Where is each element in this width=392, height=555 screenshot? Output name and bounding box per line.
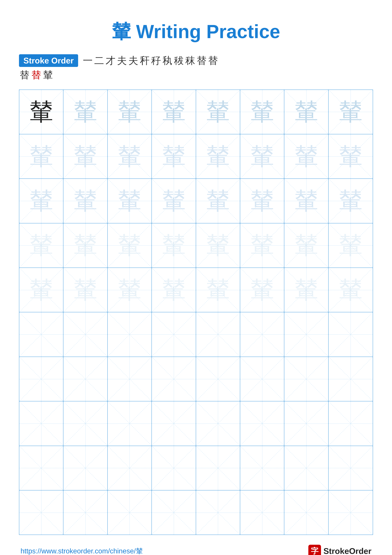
grid-cell-empty[interactable]: [19, 446, 64, 490]
grid-cell[interactable]: 輦: [196, 134, 240, 178]
grid-cell-empty[interactable]: [108, 490, 152, 535]
grid-cell[interactable]: 輦: [240, 179, 284, 223]
footer-brand: 字 StrokeOrder: [308, 545, 371, 555]
stroke-sequence-line1: 一 二 才 夫 夫 秆 秄 秇 秡 秣 替 替: [83, 54, 373, 67]
grid-row-empty: [19, 312, 373, 357]
grid-cell-empty[interactable]: [19, 401, 64, 445]
grid-cell[interactable]: 輦: [196, 223, 240, 268]
grid-cell-empty[interactable]: [108, 312, 152, 357]
grid-cell-empty[interactable]: [108, 446, 152, 490]
grid-cell[interactable]: 輦: [152, 90, 196, 134]
grid-cell-empty[interactable]: [152, 490, 196, 535]
grid-cell[interactable]: 輦: [284, 268, 328, 312]
grid-cell[interactable]: 輦: [240, 134, 284, 178]
grid-cell[interactable]: 輦: [64, 134, 107, 178]
grid-cell-empty[interactable]: [328, 490, 373, 535]
grid-row: 輦 輦 輦 輦 輦 輦 輦 輦: [19, 179, 373, 223]
grid-cell-empty[interactable]: [328, 401, 373, 445]
grid-cell-empty[interactable]: [328, 446, 373, 490]
grid-cell-empty[interactable]: [152, 312, 196, 357]
practice-char-light: 輦: [250, 100, 274, 124]
grid-cell[interactable]: 輦: [152, 134, 196, 178]
grid-cell[interactable]: 輦: [284, 134, 328, 178]
grid-cell-empty[interactable]: [108, 357, 152, 401]
grid-cell[interactable]: 輦: [19, 134, 64, 178]
practice-char-light: 輦: [206, 100, 230, 124]
grid-cell[interactable]: 輦: [196, 268, 240, 312]
grid-cell[interactable]: 輦: [64, 179, 107, 223]
grid-cell[interactable]: 輦: [328, 223, 373, 268]
grid-cell-empty[interactable]: [19, 357, 64, 401]
grid-cell[interactable]: 輦: [240, 223, 284, 268]
grid-cell[interactable]: 輦: [108, 268, 152, 312]
grid-cell-empty[interactable]: [240, 312, 284, 357]
footer-url[interactable]: https://www.strokeorder.com/chinese/輦: [21, 547, 143, 555]
grid-cell-empty[interactable]: [152, 446, 196, 490]
grid-cell-empty[interactable]: [240, 401, 284, 445]
grid-cell-empty[interactable]: [64, 357, 107, 401]
grid-row: 輦 輦 輦 輦 輦 輦 輦 輦: [19, 134, 373, 179]
brand-icon: 字: [308, 545, 321, 555]
brand-name: StrokeOrder: [324, 546, 371, 555]
grid-cell-empty[interactable]: [19, 490, 64, 535]
grid-row-empty: [19, 357, 373, 401]
grid-cell-empty[interactable]: [284, 490, 328, 535]
page-title: 輦 Writing Practice: [19, 9, 373, 45]
grid-row: 輦 輦 輦 輦 輦: [19, 90, 373, 134]
grid-cell-empty[interactable]: [328, 312, 373, 357]
grid-cell-empty[interactable]: [284, 401, 328, 445]
grid-cell-empty[interactable]: [196, 312, 240, 357]
grid-cell[interactable]: 輦: [64, 90, 107, 134]
grid-cell[interactable]: 輦: [19, 268, 64, 312]
grid-cell-empty[interactable]: [328, 357, 373, 401]
grid-cell-empty[interactable]: [284, 312, 328, 357]
grid-cell[interactable]: 輦: [19, 223, 64, 268]
grid-cell[interactable]: 輦: [64, 268, 107, 312]
grid-cell[interactable]: 輦: [19, 179, 64, 223]
grid-cell[interactable]: 輦: [196, 90, 240, 134]
grid-cell[interactable]: 輦: [108, 223, 152, 268]
grid-cell-empty[interactable]: [240, 446, 284, 490]
grid-row: 輦 輦 輦 輦 輦 輦 輦 輦: [19, 268, 373, 312]
grid-cell-empty[interactable]: [64, 312, 107, 357]
grid-cell[interactable]: 輦: [284, 179, 328, 223]
grid-cell-empty[interactable]: [64, 490, 107, 535]
grid-cell-empty[interactable]: [64, 401, 107, 445]
grid-cell[interactable]: 輦: [284, 223, 328, 268]
grid-cell[interactable]: 輦: [328, 90, 373, 134]
title-char: 輦: [112, 21, 131, 42]
grid-cell-empty[interactable]: [240, 357, 284, 401]
grid-cell-empty[interactable]: [240, 490, 284, 535]
grid-cell[interactable]: 輦: [108, 90, 152, 134]
grid-cell-empty[interactable]: [196, 490, 240, 535]
grid-cell[interactable]: 輦: [19, 90, 64, 134]
grid-cell[interactable]: 輦: [328, 179, 373, 223]
grid-cell[interactable]: 輦: [152, 179, 196, 223]
grid-cell[interactable]: 輦: [108, 179, 152, 223]
grid-cell-empty[interactable]: [152, 401, 196, 445]
grid-cell[interactable]: 輦: [240, 268, 284, 312]
grid-cell[interactable]: 輦: [64, 223, 107, 268]
grid-row-empty: [19, 446, 373, 490]
grid-cell-empty[interactable]: [64, 446, 107, 490]
grid-cell[interactable]: 輦: [328, 134, 373, 178]
grid-cell-empty[interactable]: [284, 357, 328, 401]
grid-cell-empty[interactable]: [196, 446, 240, 490]
grid-cell[interactable]: 輦: [328, 268, 373, 312]
grid-cell[interactable]: 輦: [152, 268, 196, 312]
grid-cell[interactable]: 輦: [108, 134, 152, 178]
grid-cell[interactable]: 輦: [284, 90, 328, 134]
grid-cell-empty[interactable]: [19, 312, 64, 357]
grid-cell-empty[interactable]: [196, 357, 240, 401]
practice-grid: 輦 輦 輦 輦 輦: [19, 89, 373, 535]
stroke-line2: 替 替 輦: [19, 68, 373, 82]
practice-char-light: 輦: [294, 100, 318, 124]
grid-cell-empty[interactable]: [108, 401, 152, 445]
footer: https://www.strokeorder.com/chinese/輦 字 …: [19, 545, 373, 555]
grid-cell-empty[interactable]: [152, 357, 196, 401]
grid-cell-empty[interactable]: [284, 446, 328, 490]
grid-cell[interactable]: 輦: [240, 90, 284, 134]
grid-cell[interactable]: 輦: [152, 223, 196, 268]
grid-cell-empty[interactable]: [196, 401, 240, 445]
grid-cell[interactable]: 輦: [196, 179, 240, 223]
